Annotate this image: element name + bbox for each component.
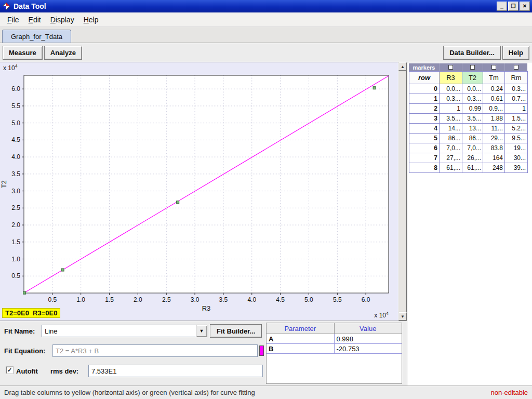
parameter-name[interactable]: B [267,344,335,353]
plot-vertical-scrollbar[interactable]: ▲ ▼ [398,62,407,321]
table-row: 210.990.9...1 [409,104,528,114]
cell-value[interactable]: 7,0... [440,143,462,153]
status-message: Drag table columns to yellow (horizontal… [4,389,490,396]
row-number[interactable]: 5 [409,134,440,143]
column-header-R3[interactable]: R3 [440,72,462,84]
plot-panel: 0.51.01.52.02.53.03.54.04.55.05.56.00.51… [0,62,398,321]
cell-value[interactable]: 164 [483,153,505,163]
row-number[interactable]: 8 [409,163,440,173]
main-content: 0.51.01.52.02.53.03.54.04.55.05.56.00.51… [0,62,532,385]
cell-value[interactable]: 14... [440,124,462,134]
fit-name-dropdown-arrow-icon[interactable]: ▼ [196,325,207,337]
cell-value[interactable]: 11... [483,124,505,134]
scroll-up-arrow-icon[interactable]: ▲ [398,62,407,71]
column-header-row[interactable]: row [409,72,440,84]
cell-value[interactable]: 27,... [440,153,462,163]
cell-value[interactable]: 86... [440,134,462,143]
parameter-name[interactable]: A [267,334,335,343]
column-marker-checkbox[interactable] [514,65,518,70]
autofit-checkbox[interactable] [6,367,13,374]
data-table: rowR3T2TmRm00.0...0.0...0.240.3...10.3..… [409,71,528,173]
menu-file[interactable]: File [3,14,24,26]
row-number[interactable]: 1 [409,94,440,104]
data-point[interactable] [177,201,179,204]
scrollbar-thumb[interactable] [398,71,407,312]
cell-value[interactable]: 30... [505,153,528,163]
cell-value[interactable]: 7,0... [462,143,483,153]
restore-button[interactable]: ❐ [508,2,518,11]
row-number[interactable]: 6 [409,143,440,153]
row-number[interactable]: 2 [409,104,440,114]
toolbar: Measure Analyze Data Builder... Help [0,43,532,62]
menubar: File Edit Display Help [0,12,532,27]
data-point[interactable] [373,87,376,89]
cell-value[interactable]: 0.0... [440,84,462,94]
cell-value[interactable]: 1 [505,104,528,114]
cell-value[interactable]: 0.0... [462,84,483,94]
table-row: 861,...61,...24839... [409,163,528,173]
fit-equation-field[interactable]: T2 = A*R3 + B [52,344,258,357]
cell-value[interactable]: 1.5... [505,114,528,124]
cell-value[interactable]: 26,... [462,153,483,163]
fit-color-swatch[interactable] [259,345,264,356]
menu-display[interactable]: Display [46,14,79,26]
cell-value[interactable]: 13... [462,124,483,134]
parameter-value[interactable]: 0.998 [335,334,402,343]
cell-value[interactable]: 248 [483,163,505,173]
column-header-Tm[interactable]: Tm [483,72,505,84]
menu-help[interactable]: Help [79,14,103,26]
cell-value[interactable]: 9.5... [505,134,528,143]
cell-value[interactable]: 19... [505,143,528,153]
measure-button[interactable]: Measure [3,46,43,60]
cell-value[interactable]: 1.88 [483,114,505,124]
toolbar-help-button[interactable]: Help [502,46,529,60]
cell-value[interactable]: 0.61 [483,94,505,104]
editable-status: non-editable [490,389,528,396]
fit-builder-button[interactable]: Fit Builder... [210,324,262,338]
scroll-down-arrow-icon[interactable]: ▼ [398,312,407,321]
fit-name-dropdown[interactable]: Line [42,325,196,337]
cell-value[interactable]: 3.5... [440,114,462,124]
column-header-T2[interactable]: T2 [462,72,483,84]
row-number[interactable]: 4 [409,124,440,134]
cell-value[interactable]: 0.3... [462,94,483,104]
cell-value[interactable]: 61,... [462,163,483,173]
data-point[interactable] [61,269,64,271]
close-button[interactable]: ✕ [520,2,530,11]
column-header-Rm[interactable]: Rm [505,72,528,84]
cell-value[interactable]: 5.2... [505,124,528,134]
cell-value[interactable]: 83.8 [483,143,505,153]
cell-value[interactable]: 1 [440,104,462,114]
column-marker-checkbox[interactable] [491,65,496,70]
cell-value[interactable]: 86... [462,134,483,143]
column-marker-checkbox[interactable] [448,65,453,70]
column-marker-checkbox[interactable] [470,65,475,70]
row-number[interactable]: 7 [409,153,440,163]
data-builder-button[interactable]: Data Builder... [443,46,501,60]
cell-value[interactable]: 0.3... [505,84,528,94]
row-number[interactable]: 0 [409,84,440,94]
row-number[interactable]: 3 [409,114,440,124]
cell-value[interactable]: 0.9... [483,104,505,114]
y-tick-label: 5.5 [11,102,20,110]
cell-value[interactable]: 29... [483,134,505,143]
menu-edit[interactable]: Edit [24,14,46,26]
cell-value[interactable]: 0.7... [505,94,528,104]
titlebar[interactable]: Data Tool _ ❐ ✕ [0,0,532,12]
cell-value[interactable]: 3.5... [462,114,483,124]
parameter-value[interactable]: -20.753 [335,344,402,353]
cell-value[interactable]: 0.24 [483,84,505,94]
tab-graph-for-tdata[interactable]: Graph_for_Tdata [2,30,71,43]
parameter-row: B -20.753 [267,344,402,354]
data-point[interactable] [23,291,26,294]
cell-value[interactable]: 39... [505,163,528,173]
minimize-button[interactable]: _ [497,2,507,11]
cell-value[interactable]: 0.99 [462,104,483,114]
y-tick-label: 4.0 [11,153,20,161]
data-table-panel: markers rowR3T2TmRm00.0...0.0...0.240.3.… [407,62,532,385]
cell-value[interactable]: 61,... [440,163,462,173]
chart[interactable]: 0.51.01.52.02.53.03.54.04.55.05.56.00.51… [0,62,398,321]
analyze-button[interactable]: Analyze [44,46,82,60]
rms-dev-field[interactable]: 7.533E1 [88,365,263,377]
cell-value[interactable]: 0.3... [440,94,462,104]
